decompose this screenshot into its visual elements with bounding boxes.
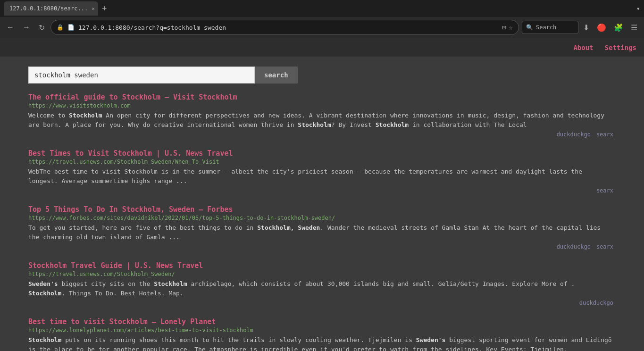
result-snippet: Stockholm puts on its running shoes this… — [28, 335, 613, 351]
search-input[interactable] — [28, 67, 255, 84]
nav-bar: ← → ↻ 🔒 📄 127.0.0.1:8080/search?q=stockh… — [0, 17, 644, 38]
result-title[interactable]: The official guide to Stockholm – Visit … — [28, 93, 613, 101]
tab-bar: 127.0.0.1:8080/searc... × + ▾ — [0, 0, 644, 17]
about-link[interactable]: About — [573, 44, 593, 51]
result-snippet: To get you started, here are five of the… — [28, 223, 613, 242]
tab-menu-button[interactable]: ▾ — [636, 5, 640, 12]
address-text[interactable]: 127.0.0.1:8080/search?q=stockholm sweden — [78, 24, 498, 31]
result-url: https://www.lonelyplanet.com/articles/be… — [28, 327, 613, 334]
result-snippet: Sweden's biggest city sits on the Stockh… — [28, 279, 613, 298]
new-tab-button[interactable]: + — [98, 4, 111, 14]
result-item: Best Times to Visit Stockholm | U.S. New… — [28, 149, 613, 194]
extensions-button[interactable]: 🧩 — [611, 21, 626, 34]
browser-search-label: Search — [536, 24, 556, 31]
result-url: https://www.forbes.com/sites/davidnikel/… — [28, 215, 613, 221]
page-icon: 📄 — [67, 24, 75, 31]
browser-search-box[interactable]: 🔍 Search — [522, 21, 578, 34]
menu-button[interactable]: ☰ — [628, 21, 640, 34]
result-item: The official guide to Stockholm – Visit … — [28, 93, 613, 138]
search-icon: 🔍 — [526, 24, 533, 31]
reader-mode-icon[interactable]: ⊡ — [502, 24, 506, 31]
result-item: Stockholm Travel Guide | U.S. News Trave… — [28, 261, 613, 306]
result-sources: duckduckgo searx — [28, 131, 613, 138]
source-duckduckgo[interactable]: duckduckgo — [579, 300, 613, 306]
tab-close-button[interactable]: × — [92, 6, 95, 12]
active-tab[interactable]: 127.0.0.1:8080/searc... × — [4, 1, 98, 16]
address-bar[interactable]: 🔒 📄 127.0.0.1:8080/search?q=stockholm sw… — [50, 20, 519, 35]
result-title[interactable]: Best Times to Visit Stockholm | U.S. New… — [28, 149, 613, 158]
extension-icon[interactable]: 🔴 — [594, 21, 609, 34]
app-header: About Settings — [0, 38, 644, 57]
result-sources: searx — [28, 187, 613, 194]
back-button[interactable]: ← — [4, 21, 17, 33]
source-duckduckgo[interactable]: duckduckgo — [557, 131, 591, 138]
address-bar-icons: ⊡ ☆ — [502, 24, 513, 31]
tab-title: 127.0.0.1:8080/searc... — [9, 5, 88, 12]
result-snippet: WebThe best time to visit Stockholm is i… — [28, 167, 613, 185]
result-url: https://travel.usnews.com/Stockholm_Swed… — [28, 159, 613, 165]
result-title[interactable]: Stockholm Travel Guide | U.S. News Trave… — [28, 261, 613, 270]
result-item: Top 5 Things To Do In Stockholm, Sweden … — [28, 205, 613, 250]
extensions-area: 🔴 — [594, 21, 609, 34]
result-url: https://www.visitstockholm.com — [28, 102, 613, 109]
source-searx[interactable]: searx — [596, 187, 613, 194]
source-searx[interactable]: searx — [596, 243, 613, 250]
source-searx[interactable]: searx — [596, 131, 613, 138]
result-title[interactable]: Best time to visit Stockholm – Lonely Pl… — [28, 318, 613, 326]
result-title[interactable]: Top 5 Things To Do In Stockholm, Sweden … — [28, 205, 613, 214]
search-button[interactable]: search — [255, 67, 298, 84]
lock-icon: 🔒 — [57, 24, 64, 31]
nav-right: 🔍 Search ⬇ 🔴 🧩 ☰ — [522, 21, 640, 34]
result-item: Best time to visit Stockholm – Lonely Pl… — [28, 318, 613, 351]
forward-button[interactable]: → — [20, 21, 33, 33]
result-sources: duckduckgo — [28, 300, 613, 306]
source-duckduckgo[interactable]: duckduckgo — [557, 243, 591, 250]
download-icon[interactable]: ⬇ — [580, 21, 592, 34]
result-url: https://travel.usnews.com/Stockholm_Swed… — [28, 271, 613, 277]
search-section: search — [0, 57, 644, 88]
refresh-button[interactable]: ↻ — [36, 21, 48, 34]
result-snippet: Welcome to Stockholm An open city for di… — [28, 111, 613, 129]
result-sources: duckduckgo searx — [28, 243, 613, 250]
browser-chrome: 127.0.0.1:8080/searc... × + ▾ ← → ↻ 🔒 📄 … — [0, 0, 644, 38]
search-form: search — [28, 67, 616, 84]
bookmark-icon[interactable]: ☆ — [509, 24, 513, 31]
settings-link[interactable]: Settings — [605, 44, 636, 51]
results-container: The official guide to Stockholm – Visit … — [0, 88, 644, 351]
